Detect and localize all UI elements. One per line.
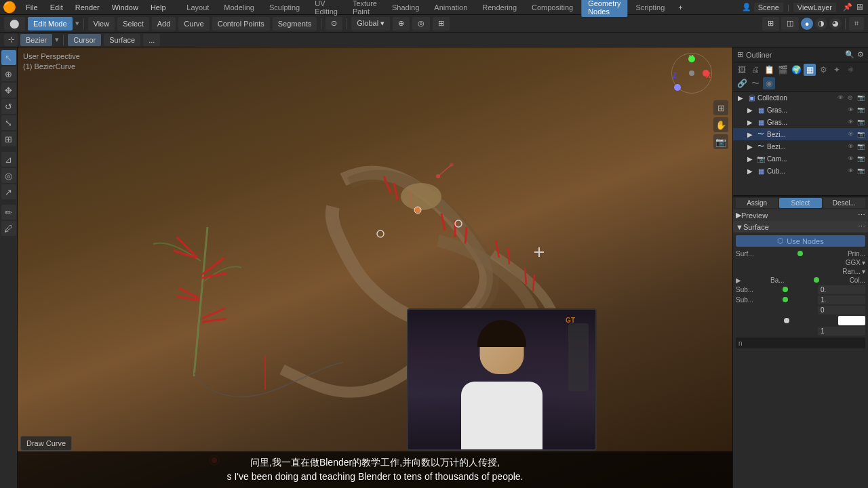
extrude-tool-btn[interactable]: ⊿ xyxy=(1,152,16,167)
cursor-btn[interactable]: Cursor xyxy=(68,34,101,46)
item1-eye[interactable]: 👁 xyxy=(846,117,855,127)
select-menu-btn[interactable]: Select xyxy=(117,17,149,30)
extra-transform-btn[interactable]: ⊞ xyxy=(433,17,450,30)
outliner-item-1[interactable]: ▶ ▦ Gras... 👁📷 xyxy=(733,116,868,128)
surface-header[interactable]: ▼ Surface ⋯ xyxy=(733,221,868,232)
edit-mode-btn[interactable]: Edit Mode xyxy=(28,17,73,30)
val4-input[interactable] xyxy=(818,327,865,336)
ran-dropdown[interactable]: ▾ xyxy=(862,268,865,275)
item0-eye[interactable]: 👁 xyxy=(846,105,855,115)
move-tool-btn[interactable]: ✥ xyxy=(1,83,16,98)
viewport-gizmo[interactable]: X Y Z xyxy=(671,53,712,94)
menu-window[interactable]: Window xyxy=(106,2,144,13)
n-field-input[interactable] xyxy=(736,338,865,348)
outliner-item-4[interactable]: ▶ 📷 Cam... 👁📷 xyxy=(733,152,868,165)
surface-btn[interactable]: Surface xyxy=(104,34,140,46)
bezier-type-btn[interactable]: Bezier xyxy=(20,34,52,46)
assign-btn[interactable]: Assign xyxy=(736,198,778,208)
val3-input[interactable] xyxy=(818,306,865,314)
modifier-props-btn[interactable]: ⚙ xyxy=(817,64,829,76)
camera-orient-btn[interactable]: 📷 xyxy=(713,134,728,149)
menu-edit[interactable]: Edit xyxy=(45,2,68,13)
deselect-btn[interactable]: Desel... xyxy=(823,198,865,208)
collection-btn[interactable]: ⊞ xyxy=(713,100,728,115)
workspace-shading[interactable]: Shading xyxy=(385,2,426,13)
viewport-hand-btn[interactable]: ✋ xyxy=(713,117,728,132)
add-menu-btn[interactable]: Add xyxy=(152,17,176,30)
viewlayer-name[interactable]: ViewLayer xyxy=(793,3,836,12)
outliner-item-0[interactable]: ▶ ▦ Gras... 👁📷 xyxy=(733,104,868,116)
workspace-sculpting[interactable]: Sculpting xyxy=(262,2,307,13)
item4-render[interactable]: 📷 xyxy=(856,154,865,163)
select-btn[interactable]: Select xyxy=(779,198,821,208)
render-props-btn[interactable]: 🖼 xyxy=(736,64,748,76)
particles-props-btn[interactable]: ✦ xyxy=(831,64,843,76)
menu-render[interactable]: Render xyxy=(70,2,105,13)
menu-help[interactable]: Help xyxy=(145,2,172,13)
draw-tool-btn[interactable]: ✏ xyxy=(1,205,16,220)
ggx-dropdown[interactable]: ▾ xyxy=(862,259,865,266)
sub1-input[interactable] xyxy=(818,285,865,294)
workspace-rendering[interactable]: Rendering xyxy=(475,2,524,13)
workspace-compositing[interactable]: Compositing xyxy=(525,2,580,13)
sub2-input[interactable] xyxy=(818,296,865,304)
collection-render-btn[interactable]: 📷 xyxy=(856,93,865,102)
snap-btn[interactable]: ⊕ xyxy=(393,17,410,30)
item0-render[interactable]: 📷 xyxy=(856,105,865,115)
overlay-toggle-btn[interactable]: ⊞ xyxy=(762,17,779,30)
collection-eye-btn[interactable]: 👁 xyxy=(835,93,845,102)
segments-menu-btn[interactable]: Segments xyxy=(273,17,317,30)
workspace-scripting[interactable]: Scripting xyxy=(629,2,671,13)
tool-icon-left[interactable]: ⊹ xyxy=(4,34,18,46)
scene-name[interactable]: Scene xyxy=(754,3,783,12)
workspace-geometry-nodes[interactable]: Geometry Nodes xyxy=(581,0,627,17)
mode-dropdown-arrow[interactable]: ▾ xyxy=(75,19,79,28)
scene-props-btn[interactable]: 🎬 xyxy=(776,64,789,76)
color-swatch[interactable] xyxy=(838,316,865,325)
item5-render[interactable]: 📷 xyxy=(856,166,865,176)
transform-tool-btn[interactable]: ⊞ xyxy=(1,131,16,146)
select-tool-btn[interactable]: ↖ xyxy=(1,50,16,65)
control-points-menu-btn[interactable]: Control Points xyxy=(212,17,270,30)
rotate-tool-btn[interactable]: ↺ xyxy=(1,99,16,114)
extra-btn[interactable]: ... xyxy=(143,34,160,46)
render-icon[interactable]: 🖥 xyxy=(855,2,864,12)
workspace-layout[interactable]: Layout xyxy=(180,2,216,13)
physics-props-btn[interactable]: ⚛ xyxy=(844,64,856,76)
cursor-tool-btn[interactable]: ⊕ xyxy=(1,66,16,81)
item2-render[interactable]: 📷 xyxy=(856,129,865,139)
outliner-item-2[interactable]: ▶ 〜 Bezi... 👁📷 xyxy=(733,128,868,140)
xray-toggle-btn[interactable]: ◫ xyxy=(781,17,799,30)
material-props-btn[interactable]: ◉ xyxy=(763,77,775,89)
item4-eye[interactable]: 👁 xyxy=(846,154,855,163)
world-props-btn[interactable]: 🌍 xyxy=(790,64,802,76)
view-menu-btn[interactable]: View xyxy=(88,17,115,30)
object-props-btn[interactable]: ▦ xyxy=(804,64,816,76)
view-layer-props-btn[interactable]: 📋 xyxy=(763,64,775,76)
material-preview-btn[interactable]: ◑ xyxy=(815,18,827,30)
viewport[interactable]: User Perspective (1) BezierCurve xyxy=(18,47,732,488)
collection-cursor-btn[interactable]: ⊕ xyxy=(846,93,855,102)
add-workspace-btn[interactable]: + xyxy=(673,2,688,13)
radius-tool-btn[interactable]: ◎ xyxy=(1,168,16,183)
preview-header[interactable]: ▶ Preview ⋯ xyxy=(733,209,868,221)
item5-eye[interactable]: 👁 xyxy=(846,166,855,176)
item3-eye[interactable]: 👁 xyxy=(846,142,855,151)
item2-eye[interactable]: 👁 xyxy=(846,129,855,139)
scale-tool-btn[interactable]: ⤡ xyxy=(1,115,16,130)
gizmos-btn[interactable]: ⌗ xyxy=(849,17,864,30)
collection-item[interactable]: ▶ ▣ Collection 👁 ⊕ 📷 xyxy=(733,92,868,104)
item3-render[interactable]: 📷 xyxy=(856,142,865,151)
workspace-texture-paint[interactable]: Texture Paint xyxy=(346,0,384,17)
outliner-item-5[interactable]: ▶ ▦ Cub... 👁📷 xyxy=(733,165,868,177)
solid-view-btn[interactable]: ● xyxy=(801,18,813,30)
transform-global-btn[interactable]: Global ▾ xyxy=(351,17,390,30)
rendered-view-btn[interactable]: ◕ xyxy=(829,18,842,30)
annotate-tool-btn[interactable]: 🖊 xyxy=(1,221,16,236)
vertex-select-btn[interactable]: ⬤ xyxy=(4,17,25,30)
bezier-dropdown[interactable]: ▾ xyxy=(55,35,59,44)
menu-file[interactable]: File xyxy=(20,2,43,13)
data-props-btn[interactable]: 〜 xyxy=(749,77,762,89)
tilt-tool-btn[interactable]: ↗ xyxy=(1,184,16,199)
use-nodes-btn[interactable]: ⬡ Use Nodes xyxy=(736,235,865,247)
